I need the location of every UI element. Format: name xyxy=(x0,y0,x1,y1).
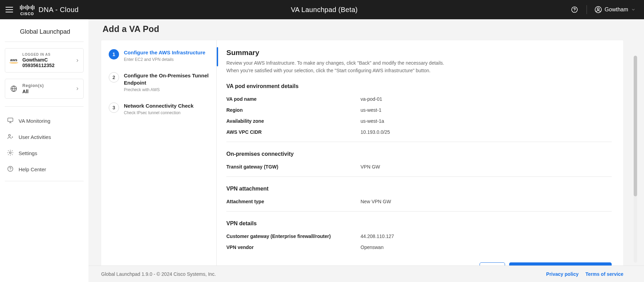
wizard-step-1[interactable]: 1 Configure the AWS Infrastructure Enter… xyxy=(109,49,209,62)
svg-point-7 xyxy=(10,152,11,154)
sidebar-item-label: Settings xyxy=(19,150,37,156)
summary-row: VPN vendorOpenswan xyxy=(226,242,612,253)
footer-copyright: Global Launchpad 1.9.0 - © 2024 Cisco Sy… xyxy=(101,271,216,277)
wizard-step-3[interactable]: 3 Network Connectivity Check Check IPsec… xyxy=(109,102,209,115)
sidebar-item-settings[interactable]: Settings xyxy=(5,145,84,161)
avatar-icon xyxy=(594,6,602,13)
step-subtitle: Precheck with AWS xyxy=(124,87,209,92)
wizard-panel: 1 Configure the AWS Infrastructure Enter… xyxy=(101,40,623,282)
summary-row: VA pod nameva-pod-01 xyxy=(226,94,612,105)
terms-link[interactable]: Terms of service xyxy=(586,271,623,277)
account-label: LOGGED IN AS xyxy=(22,53,72,56)
step-subtitle: Enter EC2 and VPN details xyxy=(124,57,205,62)
user-name: Gowtham xyxy=(605,7,628,13)
svg-rect-5 xyxy=(8,118,13,121)
summary-row: Attachment typeNew VPN GW xyxy=(226,196,612,207)
menu-icon[interactable] xyxy=(6,6,13,13)
sidebar-item-label: Help Center xyxy=(19,166,46,172)
svg-point-3 xyxy=(597,8,599,10)
summary-key: Transit gateway (TGW) xyxy=(226,164,361,170)
summary-row: Transit gateway (TGW)VPN GW xyxy=(226,161,612,172)
sidebar-title: Global Launchpad xyxy=(5,28,84,35)
chevron-right-icon xyxy=(75,58,80,63)
region-label: Region(s) xyxy=(22,83,72,88)
app-title: VA Launchpad (Beta) xyxy=(86,6,563,14)
step-title: Configure the AWS Infrastructure xyxy=(124,49,205,56)
sidebar-item-label: User Activities xyxy=(19,134,51,140)
summary-value: us-west-1a xyxy=(361,118,384,124)
summary-key: Region xyxy=(226,107,361,113)
privacy-link[interactable]: Privacy policy xyxy=(546,271,579,277)
step-number: 3 xyxy=(109,102,119,113)
product-name: DNA - Cloud xyxy=(39,6,79,14)
help-icon xyxy=(7,165,14,173)
summary-key: VPN vendor xyxy=(226,245,361,250)
cisco-word: CISCO xyxy=(20,12,34,16)
users-icon xyxy=(7,133,14,141)
wizard-step-2[interactable]: 2 Configure the On-Premises Tunnel Endpo… xyxy=(109,72,209,92)
brand-logo: CISCO DNA - Cloud xyxy=(20,4,79,16)
step-title: Network Connectivity Check xyxy=(124,102,194,109)
summary-value: 10.193.0.0/25 xyxy=(361,129,390,135)
account-card[interactable]: aws LOGGED IN AS GowthamC 059356112352 xyxy=(5,48,84,73)
account-name: GowthamC xyxy=(22,57,72,63)
summary-description: Review your AWS Infrastructure. To make … xyxy=(226,59,447,74)
monitor-icon xyxy=(7,117,14,125)
summary-row: AWS VPC CIDR10.193.0.0/25 xyxy=(226,127,612,138)
step-number: 1 xyxy=(109,49,119,59)
sidebar-item-label: VA Monitoring xyxy=(19,118,50,124)
summary-key: AWS VPC CIDR xyxy=(226,129,361,135)
top-bar: CISCO DNA - Cloud VA Launchpad (Beta) Go… xyxy=(0,0,644,19)
summary-key: Attachment type xyxy=(226,199,361,204)
user-menu[interactable]: Gowtham xyxy=(594,6,636,13)
summary-row: Customer gateway (Enterprise firewall/ro… xyxy=(226,231,612,242)
main-content: Add a VA Pod 1 Configure the AWS Infrast… xyxy=(89,19,644,282)
summary-row: Regionus-west-1 xyxy=(226,105,612,116)
summary-value: New VPN GW xyxy=(361,199,391,204)
footer: Global Launchpad 1.9.0 - © 2024 Cisco Sy… xyxy=(89,265,644,282)
sidebar-item-user-activities[interactable]: User Activities xyxy=(5,129,84,145)
step-number: 2 xyxy=(109,72,119,83)
sidebar-item-va-monitoring[interactable]: VA Monitoring xyxy=(5,113,84,129)
section-title: VA pod environment details xyxy=(226,83,612,89)
page-title: Add a VA Pod xyxy=(103,24,623,34)
summary-key: Customer gateway (Enterprise firewall/ro… xyxy=(226,234,361,239)
step-title: Configure the On-Premises Tunnel Endpoin… xyxy=(124,72,209,86)
aws-icon: aws xyxy=(9,58,19,63)
globe-icon xyxy=(9,85,19,93)
summary-row: Availability zoneus-west-1a xyxy=(226,116,612,127)
chevron-right-icon xyxy=(75,86,80,91)
vertical-divider xyxy=(587,5,587,14)
summary-value: 44.208.110.127 xyxy=(361,234,394,239)
wizard-steps: 1 Configure the AWS Infrastructure Enter… xyxy=(101,40,217,282)
region-value: All xyxy=(22,89,72,94)
sidebar-menu: VA MonitoringUser ActivitiesSettingsHelp… xyxy=(5,106,84,177)
svg-point-6 xyxy=(9,134,10,136)
svg-point-9 xyxy=(10,170,10,171)
section-title: VPN details xyxy=(226,220,612,227)
svg-point-1 xyxy=(574,11,575,11)
scrollbar[interactable] xyxy=(634,56,637,263)
chevron-down-icon xyxy=(631,7,636,12)
summary-key: VA pod name xyxy=(226,96,361,102)
cisco-bars-icon xyxy=(20,4,34,11)
summary-heading: Summary xyxy=(226,48,612,57)
summary-key: Availability zone xyxy=(226,118,361,124)
summary-value: us-west-1 xyxy=(361,107,382,113)
gear-icon xyxy=(7,149,14,157)
summary-value: Openswan xyxy=(361,245,384,250)
section-title: VPN attachment xyxy=(226,186,612,192)
section-title: On-premises connectivity xyxy=(226,151,612,157)
summary-value: va-pod-01 xyxy=(361,96,382,102)
account-id: 059356112352 xyxy=(22,63,72,68)
sidebar-item-help-center[interactable]: Help Center xyxy=(5,161,84,177)
help-icon[interactable] xyxy=(570,5,579,14)
step-subtitle: Check IPsec tunnel connection xyxy=(124,110,194,115)
summary-value: VPN GW xyxy=(361,164,380,170)
summary-pane: Summary Review your AWS Infrastructure. … xyxy=(217,40,623,282)
region-card[interactable]: Region(s) All xyxy=(5,79,84,99)
sidebar: Global Launchpad aws LOGGED IN AS Gowtha… xyxy=(0,19,89,282)
